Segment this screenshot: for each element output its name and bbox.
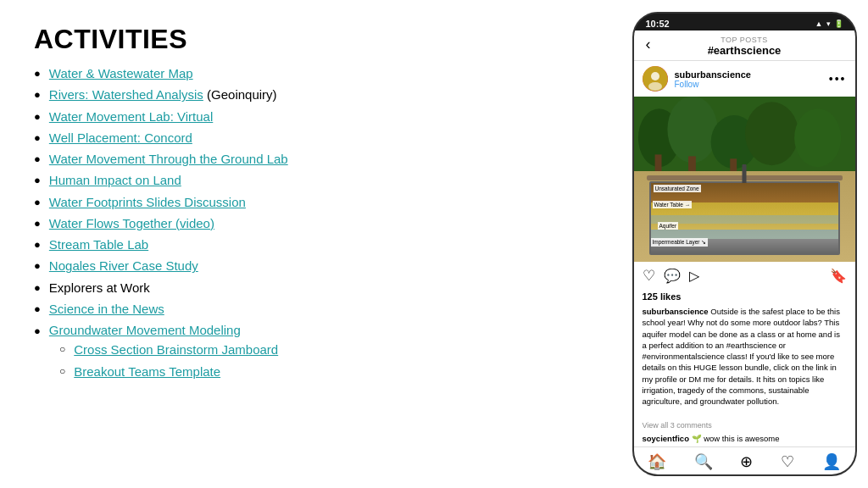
activities-panel: ACTIVITIES Water & Wastewater Map Rivers…: [0, 0, 622, 488]
battery-icon: 🔋: [834, 19, 843, 28]
aquifer-label: Aquifer: [658, 222, 679, 230]
signal-icon: ▲: [815, 19, 823, 28]
water-movement-ground-link[interactable]: Water Movement Through the Ground Lab: [49, 149, 288, 169]
phone-mockup: 10:52 ▲ ▾ 🔋 TOP POSTS #earthscience ‹: [632, 12, 857, 476]
stream-table-link[interactable]: Stream Table Lab: [49, 235, 148, 254]
post-header: suburbanscience Follow •••: [634, 61, 855, 97]
list-item: Rivers: Watershed Analysis (Geoinquiry): [34, 85, 597, 104]
groundwater-row: ● Groundwater Movement Modeling: [34, 320, 241, 340]
aquifer-layer: [651, 224, 838, 239]
instagram-header: TOP POSTS #earthscience ‹: [634, 30, 855, 61]
likes-count: 125 likes: [634, 290, 855, 304]
aquifer-tank: Unsaturated Zone Water Table → Aquifer I…: [649, 181, 840, 255]
well-placement-link[interactable]: Well Placement: Concord: [49, 128, 192, 147]
svg-point-7: [744, 102, 798, 165]
ig-follow-label[interactable]: Follow: [675, 80, 822, 89]
activity-list: Water & Wastewater Map Rivers: Watershed…: [34, 64, 597, 383]
nogales-river-link[interactable]: Nogales River Case Study: [49, 256, 198, 275]
profile-nav-icon[interactable]: 👤: [822, 452, 841, 471]
explorers-work-text: Explorers at Work: [49, 278, 150, 297]
comment-icon[interactable]: 💬: [664, 268, 681, 284]
hashtag-label: #earthscience: [641, 44, 849, 57]
post-image: Unsaturated Zone Water Table → Aquifer I…: [634, 97, 855, 262]
list-item: Water Movement Through the Ground Lab: [34, 149, 597, 169]
list-item: Stream Table Lab: [34, 235, 597, 254]
water-movement-virtual-link[interactable]: Water Movement Lab: Virtual: [49, 107, 213, 126]
bullet-icon: ●: [34, 323, 41, 340]
heart-icon[interactable]: ♡: [643, 267, 655, 285]
impermeable-label: Impermeable Layer ↘: [651, 238, 709, 247]
list-item: Water Footprints Slides Discussion: [34, 192, 597, 212]
sub-list-item: Cross Section Brainstorm Jamboard: [59, 340, 278, 359]
comment-text: wow this is awesome: [704, 434, 779, 443]
emoji-icon: 🌱: [692, 434, 704, 443]
cross-section-brainstorm-link[interactable]: Cross Section Brainstorm Jamboard: [74, 340, 278, 359]
breakout-teams-link[interactable]: Breakout Teams Template: [74, 362, 220, 381]
water-wastewater-link[interactable]: Water & Wastewater Map: [49, 64, 193, 83]
bookmark-icon[interactable]: 🔖: [830, 268, 847, 284]
list-item: Water & Wastewater Map: [34, 64, 597, 83]
heart-nav-icon[interactable]: ♡: [781, 452, 794, 471]
sub-list: Cross Section Brainstorm Jamboard Breako…: [59, 340, 278, 383]
status-time: 10:52: [646, 19, 670, 29]
home-nav-icon[interactable]: 🏠: [648, 452, 666, 471]
list-item: Explorers at Work: [34, 278, 597, 297]
list-item: Science in the News: [34, 299, 597, 319]
svg-rect-11: [730, 158, 737, 171]
science-news-link[interactable]: Science in the News: [49, 299, 164, 319]
back-icon[interactable]: ‹: [646, 36, 651, 53]
sub-list-item: Breakout Teams Template: [59, 362, 278, 381]
unsaturated-label: Unsaturated Zone: [654, 185, 701, 192]
instagram-panel: 10:52 ▲ ▾ 🔋 TOP POSTS #earthscience ‹: [622, 0, 868, 488]
human-impact-link[interactable]: Human Impact on Land: [49, 170, 181, 190]
groundwater-modeling-link[interactable]: Groundwater Movement Modeling: [49, 320, 241, 340]
list-item: Well Placement: Concord: [34, 128, 597, 147]
list-item: Human Impact on Land: [34, 170, 597, 190]
list-item-groundwater: ● Groundwater Movement Modeling Cross Se…: [34, 320, 597, 383]
comment-row: soycientfico 🌱 wow this is awesome: [634, 432, 855, 446]
list-item: Water Flows Together (video): [34, 214, 597, 233]
svg-point-2: [648, 82, 662, 91]
page-title: ACTIVITIES: [34, 24, 597, 55]
share-icon[interactable]: ▷: [689, 268, 699, 284]
add-nav-icon[interactable]: ⊕: [740, 452, 753, 471]
water-flows-link[interactable]: Water Flows Together (video): [49, 214, 214, 233]
more-icon[interactable]: •••: [829, 72, 847, 86]
list-item: Nogales River Case Study: [34, 256, 597, 275]
svg-rect-9: [654, 154, 661, 171]
geoinquiry-text: (Geoinquiry): [203, 85, 277, 104]
action-bar: ♡ 💬 ▷ 🔖: [634, 262, 855, 290]
svg-rect-10: [688, 156, 696, 171]
svg-point-8: [794, 108, 841, 167]
water-footprints-link[interactable]: Water Footprints Slides Discussion: [49, 192, 246, 212]
post-caption: suburbanscience Outside is the safest pl…: [634, 304, 855, 421]
caption-text: Outside is the safest place to be this s…: [643, 307, 840, 406]
water-table-label: Water Table →: [653, 201, 693, 208]
ig-username[interactable]: suburbanscience: [675, 69, 822, 80]
caption-username: suburbanscience: [643, 307, 709, 316]
svg-point-1: [651, 72, 659, 80]
avatar: [643, 66, 668, 92]
username-row: suburbanscience Follow: [675, 69, 822, 89]
search-nav-icon[interactable]: 🔍: [694, 452, 713, 471]
status-bar: 10:52 ▲ ▾ 🔋: [634, 14, 855, 30]
top-posts-label: TOP POSTS: [641, 36, 849, 44]
svg-point-5: [667, 97, 717, 163]
status-icons: ▲ ▾ 🔋: [815, 19, 843, 28]
list-item: Water Movement Lab: Virtual: [34, 107, 597, 126]
bottom-nav: 🏠 🔍 ⊕ ♡ 👤: [634, 446, 855, 474]
comment-username: soycientfico: [643, 434, 689, 443]
wifi-icon: ▾: [826, 19, 831, 28]
image-scene: Unsaturated Zone Water Table → Aquifer I…: [634, 97, 855, 262]
rivers-watershed-link[interactable]: Rivers: Watershed Analysis: [49, 85, 203, 104]
view-comments[interactable]: View all 3 comments: [634, 421, 855, 432]
